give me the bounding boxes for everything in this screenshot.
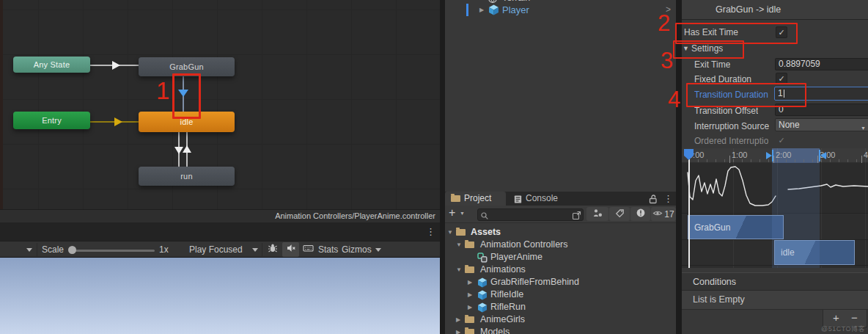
- ordered-interruption-checkbox: ✓: [776, 134, 787, 146]
- panel-menu-icon[interactable]: ⋮: [663, 194, 673, 204]
- panel-menu-icon[interactable]: ⋮: [426, 227, 435, 237]
- tree-item-models[interactable]: ▶ Models: [445, 326, 676, 334]
- tree-label: AnimeGirls: [480, 314, 525, 324]
- frame-debugger-button[interactable]: [264, 242, 281, 257]
- exit-time-label: Exit Time: [694, 59, 730, 70]
- tag-icon: [615, 208, 625, 221]
- foldout-icon[interactable]: ▼: [447, 229, 453, 236]
- breadcrumb-path: Animation Controllers/PlayerAnime.contro…: [275, 211, 435, 220]
- tree-item-animations[interactable]: ▼ Animations: [445, 264, 676, 276]
- game-viewport[interactable]: [0, 258, 440, 334]
- annotation-box-3: [673, 40, 744, 59]
- watermark: @51CTO博客: [821, 324, 865, 334]
- separator: [262, 243, 262, 256]
- hidden-count-button[interactable]: 17: [651, 207, 676, 221]
- hierarchy-item-player[interactable]: ▶ Player >: [445, 4, 676, 16]
- bug-icon: [268, 243, 278, 256]
- tree-label: RifleIdle: [490, 289, 523, 299]
- tree-item-animation-controllers[interactable]: ▼ Animation Controllers: [445, 239, 676, 251]
- log-filter-button[interactable]: [630, 207, 650, 221]
- tree-item-rifleidle[interactable]: ▶ RifleIdle: [445, 288, 676, 301]
- second-tick: [861, 156, 862, 163]
- breadcrumb[interactable]: Animation Controllers/PlayerAnime.contro…: [0, 209, 440, 222]
- interruption-source-dropdown[interactable]: None ▼: [775, 118, 868, 131]
- scale-label: Scale: [42, 244, 64, 255]
- open-in-window-icon[interactable]: [572, 210, 581, 223]
- expand-arrow-icon[interactable]: ▶: [479, 7, 484, 13]
- search-by-label-button[interactable]: [609, 207, 630, 221]
- scale-slider-track[interactable]: [70, 250, 155, 252]
- tree-label: Animations: [480, 264, 526, 275]
- folder-open-icon: [456, 229, 466, 236]
- panel-divider[interactable]: [440, 0, 445, 334]
- interruption-source-label: Interruption Source: [694, 121, 769, 131]
- aspect-dropdown-icon[interactable]: [26, 248, 32, 252]
- gizmos-caret-icon[interactable]: [375, 248, 381, 252]
- foldout-icon[interactable]: ▶: [468, 304, 472, 311]
- timeline-ruler[interactable]: 0:00 1:00 2:00 3:00 4:0: [682, 148, 868, 163]
- tab-project[interactable]: Project: [445, 192, 506, 206]
- mute-audio-button[interactable]: [282, 242, 299, 257]
- transition-timeline[interactable]: 0:00 1:00 2:00 3:00 4:0: [682, 148, 868, 268]
- search-by-type-button[interactable]: [586, 207, 608, 221]
- gizmos-dropdown[interactable]: Gizmos: [342, 244, 372, 255]
- hidden-count-value: 17: [664, 209, 674, 219]
- eye-icon: [652, 208, 663, 221]
- tree-item-riflerun[interactable]: ▶ RifleRun: [445, 301, 676, 313]
- annotation-number-3: 3: [661, 49, 673, 72]
- create-asset-caret-icon[interactable]: ▼: [460, 211, 465, 216]
- search-box: [477, 208, 584, 221]
- tick-label: 4:0: [864, 150, 868, 159]
- state-run[interactable]: run: [139, 167, 235, 186]
- keyboard-shortcuts-button[interactable]: [300, 242, 317, 257]
- search-input[interactable]: [490, 209, 570, 220]
- tab-console[interactable]: Console: [507, 192, 577, 206]
- transition-offset-label: Transition Offset: [694, 106, 758, 116]
- stats-button[interactable]: Stats: [318, 244, 338, 255]
- play-focused-dropdown[interactable]: Play Focused: [189, 244, 243, 255]
- exit-time-field[interactable]: 0.8897059: [775, 58, 868, 70]
- timeline-bar-grabgun[interactable]: GrabGun: [688, 215, 784, 239]
- separator: [37, 243, 37, 256]
- tree-item-assets[interactable]: ▼ Assets: [445, 226, 676, 239]
- create-asset-button[interactable]: +: [449, 206, 455, 219]
- conditions-header: Conditions: [682, 272, 868, 291]
- state-any-state[interactable]: Any State: [13, 57, 90, 73]
- animator-graph-panel[interactable]: Any State GrabGun Entry idle run: [0, 0, 440, 209]
- tree-label: Models: [480, 327, 510, 334]
- foldout-icon[interactable]: ▶: [468, 291, 472, 298]
- second-tick: [817, 156, 818, 163]
- annotation-box-4: [686, 83, 806, 107]
- foldout-icon[interactable]: ▶: [456, 329, 460, 334]
- transition-start-marker[interactable]: [766, 152, 772, 159]
- search-icon: [480, 210, 489, 223]
- folder-icon: [465, 329, 474, 334]
- transition-range-overlay[interactable]: [772, 163, 820, 268]
- tick-label: 2:00: [776, 150, 791, 159]
- project-toolbar: + ▼: [445, 206, 676, 223]
- panel-edge: [0, 0, 3, 209]
- tree-item-playeranime[interactable]: PlayerAnime: [445, 251, 676, 264]
- foldout-icon[interactable]: ▶: [468, 279, 472, 286]
- add-condition-button[interactable]: +: [833, 311, 839, 325]
- transition-start-line[interactable]: [772, 150, 773, 161]
- project-panel: Project Console ⋮ + ▼: [445, 192, 676, 334]
- ordered-interruption-label: Ordered Interruptio: [694, 136, 768, 146]
- transition-end-marker[interactable]: [820, 152, 826, 159]
- state-entry[interactable]: Entry: [13, 112, 90, 129]
- remove-condition-button[interactable]: −: [851, 311, 858, 325]
- selection-indicator: [466, 4, 468, 16]
- arrowhead-right-yellow-icon: [114, 117, 122, 126]
- conditions-label: Conditions: [693, 277, 736, 287]
- foldout-icon[interactable]: ▼: [456, 266, 462, 273]
- hierarchy-panel: Terrain ▶ Player >: [445, 0, 676, 192]
- mute-audio-icon: [286, 243, 296, 256]
- scale-slider-handle[interactable]: [68, 246, 76, 254]
- transition-header: GrabGun -> idle: [682, 0, 868, 20]
- foldout-icon[interactable]: ▶: [456, 316, 460, 323]
- tree-item-animegirls[interactable]: ▶ AnimeGirls: [445, 313, 676, 326]
- tree-item-grabriflefrombehind[interactable]: ▶ GrabRifleFromBehind: [445, 276, 676, 288]
- foldout-icon[interactable]: ▼: [456, 242, 462, 248]
- arrowhead-right-icon: [112, 61, 120, 70]
- play-focused-caret-icon[interactable]: [252, 248, 258, 252]
